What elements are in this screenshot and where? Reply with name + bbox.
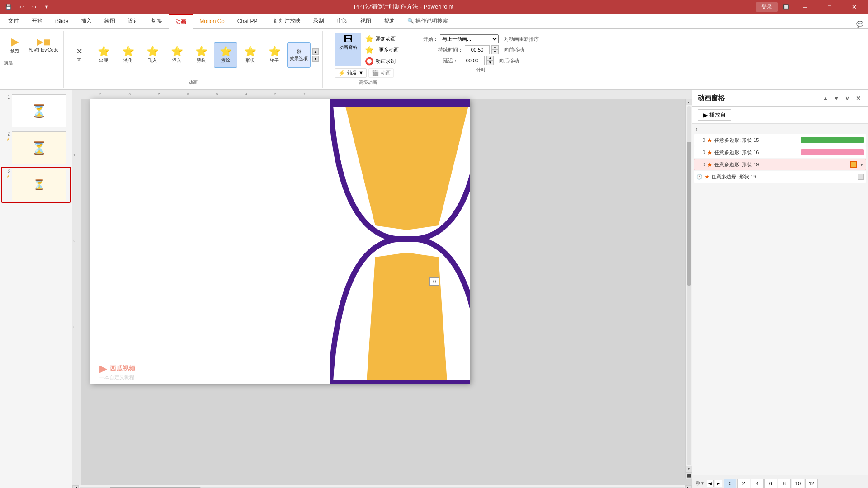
anim-split[interactable]: ⭐ 劈裂	[189, 42, 213, 68]
save-icon[interactable]: 💾	[4, 2, 14, 12]
tab-review[interactable]: 审阅	[330, 14, 354, 28]
play-button[interactable]: ▶ 播放自	[698, 109, 731, 121]
tab-record[interactable]: 录制	[307, 14, 330, 28]
slide-num-3: 3 ★	[3, 169, 10, 178]
animation-list: 0 0 ★ 任意多边形: 形状 15 0 ★ 任意多边形: 形状 16 0 ★ …	[692, 124, 868, 475]
anim-float[interactable]: ⭐ 浮入	[165, 42, 189, 68]
slide-thumb-1[interactable]: 1 ⏳	[2, 94, 70, 128]
animation-record-btn[interactable]: ⭕ 动画录制	[363, 56, 400, 66]
timeline-num-12[interactable]: 12	[805, 479, 818, 488]
login-button[interactable]: 登录	[756, 2, 778, 12]
tab-slideshow[interactable]: 幻灯片放映	[267, 14, 307, 28]
timeline-arrow-left[interactable]: ◀	[707, 480, 714, 487]
ruler-top-8: 8	[128, 92, 130, 96]
hscroll-thumb[interactable]	[110, 487, 201, 488]
timeline-arrow-right[interactable]: ▶	[715, 480, 722, 487]
timeline-num-8[interactable]: 8	[778, 479, 791, 488]
duration-input[interactable]	[465, 45, 490, 54]
hscroll-left[interactable]: ◀	[72, 485, 79, 488]
slide-canvas[interactable]: 0 0 ▶ 西瓜视频 一本自定义教程	[90, 99, 470, 384]
timeline-num-2[interactable]: 2	[737, 479, 750, 488]
ruler-left: 1 2 3	[72, 90, 81, 485]
scroll-up-btn[interactable]: ▲	[686, 99, 692, 105]
tab-motion-go[interactable]: Motion Go	[193, 14, 231, 28]
tab-search[interactable]: 🔍 操作说明搜索	[401, 14, 454, 28]
hscroll-right[interactable]: ▶	[685, 485, 692, 488]
more-animation-btn[interactable]: ⭐ +更多动画	[363, 45, 400, 55]
anim-item-2[interactable]: 0 ★ 任意多边形: 形状 19 ▼	[694, 159, 866, 170]
timeline-unit[interactable]: 秒▼	[696, 480, 705, 487]
undo-icon[interactable]: ↩	[16, 2, 26, 12]
anim-shape[interactable]: ⭐ 形状	[238, 42, 262, 68]
slide-thumb-2[interactable]: 2 ★ ⏳	[2, 131, 70, 165]
tab-help[interactable]: 帮助	[377, 14, 401, 28]
preview-flowcode-button[interactable]: ▶◼ 预览FlowCode	[28, 33, 60, 58]
panel-up-icon[interactable]: ▲	[821, 94, 830, 103]
redo-icon[interactable]: ↪	[29, 2, 39, 12]
scroll-down-btn[interactable]: ▼	[686, 466, 692, 472]
close-button[interactable]: ✕	[844, 0, 864, 14]
anim-item-0[interactable]: 0 ★ 任意多边形: 形状 15	[694, 134, 866, 146]
comments-icon[interactable]: 💬	[855, 19, 864, 28]
timeline-num-0[interactable]: 0	[724, 479, 736, 488]
anim-item-3[interactable]: 🕐 ★ 任意多边形: 形状 19	[694, 171, 866, 183]
delay-input[interactable]	[460, 56, 485, 65]
start-select[interactable]: 与上一动画...	[440, 34, 499, 43]
animation-btn-disabled[interactable]: 🎬 动画	[368, 68, 394, 78]
tab-draw[interactable]: 绘图	[98, 14, 122, 28]
anim-wipe[interactable]: ⭐ 擦除	[214, 42, 237, 68]
tab-insert[interactable]: 插入	[75, 14, 98, 28]
slide-thumb-3[interactable]: 3 ★ ⏳	[2, 168, 70, 202]
panel-close-icon[interactable]: ✕	[854, 94, 863, 103]
anim-appear[interactable]: ⭐ 出现	[92, 42, 115, 68]
anim-scroll-up[interactable]: ▲	[312, 48, 319, 55]
anim-fly[interactable]: ⭐ 飞入	[141, 42, 164, 68]
tab-start[interactable]: 开始	[25, 14, 49, 28]
ribbon-collapse-icon[interactable]: 🔲	[781, 2, 791, 12]
tab-design[interactable]: 设计	[122, 14, 145, 28]
slide3-hourglass-icon: ⏳	[33, 179, 45, 191]
panel-collapse-icon[interactable]: ∨	[843, 94, 852, 103]
preview-button[interactable]: ▶ 预览	[4, 33, 26, 58]
timeline-num-10[interactable]: 10	[792, 479, 804, 488]
tab-view[interactable]: 视图	[354, 14, 377, 28]
timeline-num-6[interactable]: 6	[764, 479, 777, 488]
slide2-hourglass-icon: ⏳	[31, 141, 47, 155]
add-animation-btn[interactable]: ⭐ 添加动画	[363, 33, 400, 44]
duration-down[interactable]: ▼	[491, 50, 499, 54]
tab-transition[interactable]: 切换	[145, 14, 169, 28]
vscrollbar[interactable]: ▲ ▼ ⬛	[685, 99, 692, 479]
delay-down[interactable]: ▼	[486, 61, 494, 65]
anim-item-1[interactable]: 0 ★ 任意多边形: 形状 16	[694, 146, 866, 158]
tab-file[interactable]: 文件	[2, 14, 25, 28]
maximize-button[interactable]: □	[819, 0, 840, 14]
vscroll-thumb[interactable]	[687, 142, 691, 286]
slide-num-2: 2 ★	[3, 131, 10, 141]
anim-item-2-expand[interactable]: ▼	[859, 162, 864, 167]
minimize-button[interactable]: ─	[795, 0, 816, 14]
ruler-top-9: 9	[99, 92, 101, 96]
tab-animation[interactable]: 动画	[169, 14, 193, 29]
play-icon: ▶	[703, 112, 708, 118]
tab-islide[interactable]: iSlide	[49, 14, 75, 28]
trigger-btn[interactable]: ⚡ 触发 ▼	[335, 68, 367, 78]
forward-label[interactable]: 向前移动	[504, 47, 524, 53]
tab-chat-ppt[interactable]: Chat PPT	[231, 14, 267, 28]
anim-none[interactable]: ✕ 无	[67, 42, 91, 68]
backward-label[interactable]: 向后移动	[499, 57, 519, 64]
panel-down-icon[interactable]: ▼	[832, 94, 841, 103]
delay-label: 延迟：	[443, 57, 458, 64]
anim-scroll-down[interactable]: ▼	[312, 56, 319, 62]
effect-options-btn[interactable]: ⚙ 效果选项	[287, 42, 311, 68]
anim-wheel[interactable]: ⭐ 轮子	[263, 42, 286, 68]
timing-duration-row: 持续时间： ▲ ▼ 向前移动	[438, 45, 524, 54]
timeline-num-4[interactable]: 4	[751, 479, 764, 488]
duration-up[interactable]: ▲	[491, 45, 499, 50]
slide-img-3: ⏳	[12, 169, 66, 201]
animation-panel-toggle[interactable]: 🎞 动画窗格	[335, 33, 361, 66]
scroll-expand-btn[interactable]: ⬛	[686, 472, 692, 479]
anim-fade[interactable]: ⭐ 淡化	[116, 42, 140, 68]
customize-icon[interactable]: ▼	[42, 2, 52, 12]
delay-up[interactable]: ▲	[486, 56, 494, 61]
timing-delay-row: 延迟： ▲ ▼ 向后移动	[443, 56, 519, 65]
